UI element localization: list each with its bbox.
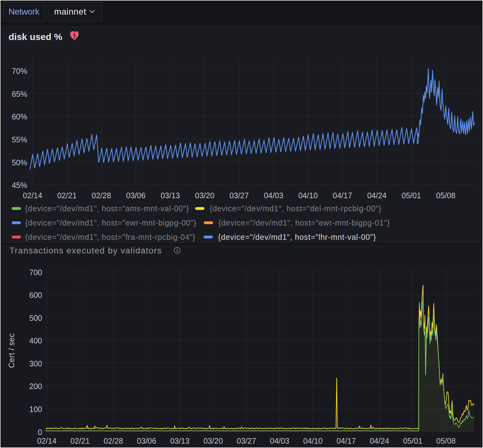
svg-text:{device="/dev/md1", host="lhr-: {device="/dev/md1", host="lhr-mnt-val-00… (218, 233, 376, 241)
svg-text:04/10: 04/10 (298, 191, 318, 200)
svg-text:70%: 70% (12, 67, 27, 75)
svg-text:03/27: 03/27 (237, 437, 256, 445)
svg-text:02/21: 02/21 (57, 191, 77, 200)
svg-text:03/06: 03/06 (137, 437, 157, 445)
svg-text:{device="/dev/md1", host="fra-: {device="/dev/md1", host="fra-mnt-rpcbig… (25, 233, 196, 241)
svg-text:04/24: 04/24 (370, 437, 389, 445)
svg-text:50%: 50% (12, 158, 27, 167)
svg-text:03/13: 03/13 (161, 191, 180, 200)
svg-text:02/21: 02/21 (70, 437, 90, 445)
svg-text:Transactions executed by valid: Transactions executed by validators (10, 246, 162, 255)
svg-text:disk used %: disk used % (9, 32, 62, 42)
svg-text:45%: 45% (12, 181, 27, 190)
svg-text:05/08: 05/08 (436, 191, 456, 200)
svg-text:05/01: 05/01 (403, 437, 423, 445)
svg-text:700: 700 (29, 268, 42, 277)
svg-text:60%: 60% (12, 112, 27, 121)
svg-text:04/10: 04/10 (303, 437, 323, 445)
svg-text:02/14: 02/14 (37, 437, 57, 445)
svg-text:04/17: 04/17 (333, 191, 352, 200)
svg-text:Network: Network (9, 7, 40, 16)
svg-text:0: 0 (38, 428, 42, 437)
svg-text:02/28: 02/28 (104, 437, 123, 445)
svg-text:{device="/dev/md1", host="del-: {device="/dev/md1", host="del-mnt-rpcbig… (210, 204, 382, 213)
svg-text:65%: 65% (12, 90, 27, 98)
svg-text:05/01: 05/01 (402, 191, 421, 200)
svg-text:100: 100 (29, 405, 42, 414)
svg-text:400: 400 (29, 336, 42, 345)
svg-text:55%: 55% (12, 135, 27, 144)
svg-text:03/06: 03/06 (126, 191, 146, 200)
svg-text:{device="/dev/md1", host="ewr-: {device="/dev/md1", host="ewr-mnt-bigpg-… (219, 218, 390, 227)
svg-text:04/17: 04/17 (336, 437, 356, 445)
svg-text:03/20: 03/20 (203, 437, 223, 445)
svg-text:02/14: 02/14 (23, 191, 42, 200)
svg-text:Cert / sec: Cert / sec (7, 333, 16, 368)
svg-text:{device="/dev/md1", host="ewr-: {device="/dev/md1", host="ewr-mnt-bigpg-… (25, 218, 197, 227)
svg-text:04/03: 04/03 (264, 191, 283, 200)
svg-text:03/27: 03/27 (229, 191, 249, 200)
svg-text:03/20: 03/20 (195, 191, 215, 200)
svg-text:02/28: 02/28 (92, 191, 111, 200)
svg-text:{device="/dev/md1", host="ams-: {device="/dev/md1", host="ams-mnt-val-00… (25, 204, 189, 213)
svg-text:600: 600 (29, 291, 42, 299)
svg-text:mainnet: mainnet (54, 7, 86, 16)
svg-text:05/08: 05/08 (436, 437, 456, 445)
svg-text:200: 200 (29, 382, 42, 391)
svg-text:04/24: 04/24 (367, 191, 387, 200)
svg-text:03/13: 03/13 (170, 437, 190, 445)
svg-text:300: 300 (29, 359, 42, 368)
svg-text:500: 500 (29, 314, 42, 322)
svg-text:04/03: 04/03 (270, 437, 290, 445)
